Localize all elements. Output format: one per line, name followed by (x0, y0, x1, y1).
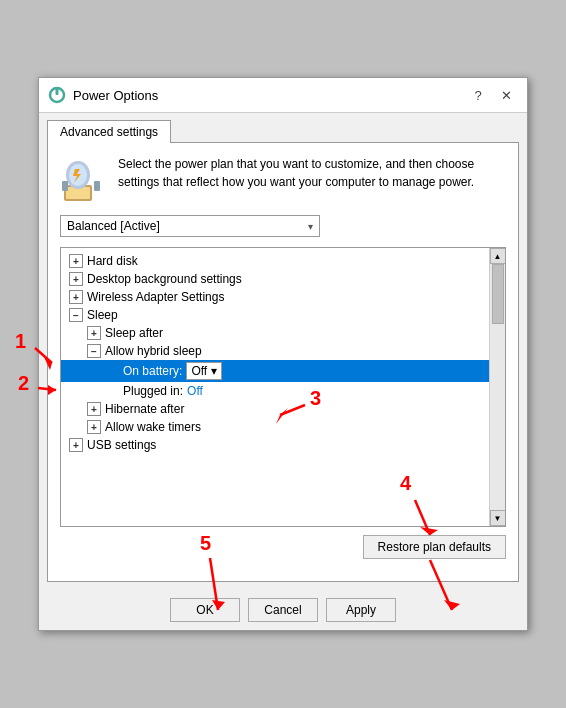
tree-item-sleep-after[interactable]: + Sleep after (61, 324, 505, 342)
expand-icon: + (87, 326, 101, 340)
tree-item-hibernate[interactable]: + Hibernate after (61, 400, 505, 418)
main-content: Select the power plan that you want to c… (47, 142, 519, 582)
power-plan-icon (60, 155, 108, 203)
scrollbar-track (490, 264, 506, 510)
expand-icon: + (69, 272, 83, 286)
help-button[interactable]: ? (465, 84, 491, 106)
tree-item-label: Allow wake timers (105, 420, 201, 434)
tree-inner: + Hard disk + Desktop background setting… (61, 248, 505, 526)
tree-item-sleep[interactable]: − Sleep (61, 306, 505, 324)
svg-text:1: 1 (15, 330, 26, 352)
on-battery-dropdown-arrow: ▾ (211, 364, 217, 378)
tree-scrollbar[interactable]: ▲ ▼ (489, 248, 505, 526)
tree-item-label: Wireless Adapter Settings (87, 290, 224, 304)
plugged-in-label: Plugged in: (123, 384, 183, 398)
tree-item-label: USB settings (87, 438, 156, 452)
tree-item-wake-timers[interactable]: + Allow wake timers (61, 418, 505, 436)
tab-advanced-settings[interactable]: Advanced settings (47, 120, 171, 143)
ok-button[interactable]: OK (170, 598, 240, 622)
titlebar: Power Options ? ✕ (39, 78, 527, 113)
dropdown-arrow-icon: ▾ (308, 221, 313, 232)
plan-dropdown[interactable]: Balanced [Active] ▾ (60, 215, 320, 237)
titlebar-icon (47, 85, 67, 105)
description-text: Select the power plan that you want to c… (118, 155, 506, 191)
tree-item-label: Allow hybrid sleep (105, 344, 202, 358)
scrollbar-up-button[interactable]: ▲ (490, 248, 506, 264)
on-battery-dropdown[interactable]: Off ▾ (186, 362, 222, 380)
tree-item-label: Sleep (87, 308, 118, 322)
expand-icon: + (69, 438, 83, 452)
svg-rect-7 (94, 181, 100, 191)
dialog-footer: OK Cancel Apply (39, 590, 527, 630)
dialog-title: Power Options (73, 88, 465, 103)
cancel-button[interactable]: Cancel (248, 598, 318, 622)
settings-tree: + Hard disk + Desktop background setting… (60, 247, 506, 527)
titlebar-controls: ? ✕ (465, 84, 519, 106)
expand-icon: + (69, 254, 83, 268)
scrollbar-down-button[interactable]: ▼ (490, 510, 506, 526)
svg-text:2: 2 (18, 372, 29, 394)
expand-icon: − (69, 308, 83, 322)
restore-plan-defaults-button[interactable]: Restore plan defaults (363, 535, 506, 559)
expand-icon: + (87, 420, 101, 434)
tree-item-label: Sleep after (105, 326, 163, 340)
on-battery-value: Off (191, 364, 207, 378)
power-options-dialog: Power Options ? ✕ Advanced settings (38, 77, 528, 631)
description-row: Select the power plan that you want to c… (60, 155, 506, 203)
tabs-bar: Advanced settings (39, 113, 527, 142)
expand-icon: + (69, 290, 83, 304)
scrollbar-thumb[interactable] (492, 264, 504, 324)
plugged-in-value: Off (187, 384, 203, 398)
tree-item-plugged-in[interactable]: Plugged in: Off (61, 382, 505, 400)
tree-item-label: Desktop background settings (87, 272, 242, 286)
plan-dropdown-value: Balanced [Active] (67, 219, 160, 233)
tree-item-usb[interactable]: + USB settings (61, 436, 505, 454)
expand-icon: − (87, 344, 101, 358)
expand-icon: + (87, 402, 101, 416)
tree-item-label: Hard disk (87, 254, 138, 268)
tree-item-label: Hibernate after (105, 402, 184, 416)
plan-dropdown-row: Balanced [Active] ▾ (60, 215, 506, 237)
tree-item-hard-disk[interactable]: + Hard disk (61, 252, 505, 270)
apply-button[interactable]: Apply (326, 598, 396, 622)
close-button[interactable]: ✕ (493, 84, 519, 106)
on-battery-label: On battery: (123, 364, 182, 378)
tree-item-desktop-bg[interactable]: + Desktop background settings (61, 270, 505, 288)
restore-row: Restore plan defaults (60, 535, 506, 559)
tree-item-wireless[interactable]: + Wireless Adapter Settings (61, 288, 505, 306)
tree-item-on-battery[interactable]: On battery: Off ▾ (61, 360, 505, 382)
svg-rect-6 (62, 181, 68, 191)
svg-rect-1 (56, 88, 59, 95)
tree-item-hybrid-sleep[interactable]: − Allow hybrid sleep (61, 342, 505, 360)
